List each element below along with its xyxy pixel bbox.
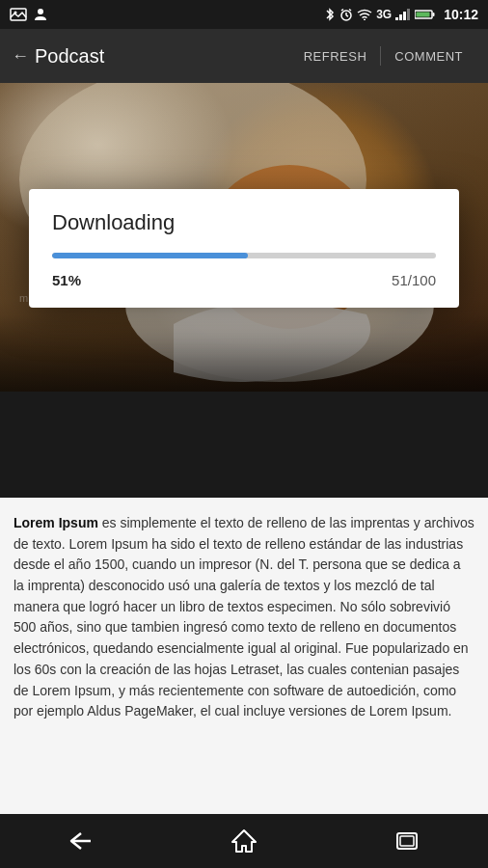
content-area: Lorem Ipsum es simplemente el texto de r… [0,498,488,814]
progress-bar-fill [52,253,248,258]
page-title: Podcast [35,45,104,68]
person-icon [33,7,48,22]
svg-point-8 [364,19,366,21]
lorem-bold: Lorem Ipsum [14,515,98,530]
svg-line-5 [346,15,348,16]
svg-rect-12 [407,9,410,20]
recents-nav-button[interactable] [378,822,436,860]
hero-overlay [0,314,488,392]
svg-marker-29 [232,830,256,852]
network-label: 3G [376,8,392,21]
svg-line-6 [341,10,343,12]
alarm-icon [339,8,353,21]
status-bar: 3G 10:12 [0,0,488,29]
progress-count: 51/100 [392,272,436,288]
refresh-button[interactable]: REFRESH [290,41,381,71]
clock-time: 10:12 [444,7,478,22]
image-icon [10,8,27,21]
battery-icon [415,9,436,20]
svg-rect-11 [403,12,406,20]
svg-rect-31 [400,836,414,846]
comment-button[interactable]: COMMENT [381,41,476,71]
status-left-icons [10,7,48,22]
back-nav-button[interactable] [52,822,110,860]
download-dialog: Downloading 51% 51/100 [29,189,459,308]
svg-line-7 [349,10,351,12]
progress-row: 51% 51/100 [52,272,436,288]
bluetooth-icon [324,7,336,22]
svg-rect-10 [399,14,402,20]
top-bar-actions: REFRESH COMMENT [290,41,476,71]
top-bar: ← Podcast REFRESH COMMENT [0,29,488,83]
wifi-icon [357,9,372,20]
progress-percent: 51% [52,272,81,288]
home-nav-icon [230,828,258,854]
svg-rect-15 [417,13,430,17]
lorem-body: es simplemente el texto de relleno de la… [14,515,474,719]
status-right-icons: 3G 10:12 [324,7,478,22]
svg-rect-9 [395,17,398,20]
progress-bar-container [52,253,436,258]
recents-nav-icon [393,829,420,853]
dialog-title: Downloading [52,210,436,235]
top-bar-left[interactable]: ← Podcast [12,45,104,68]
svg-rect-14 [433,13,435,16]
signal-icon [395,9,411,20]
lorem-text: Lorem Ipsum es simplemente el texto de r… [14,513,474,722]
back-arrow-icon: ← [12,46,29,67]
back-nav-icon [68,829,95,853]
bottom-nav [0,814,488,868]
svg-point-2 [38,9,43,14]
home-nav-button[interactable] [215,822,273,860]
